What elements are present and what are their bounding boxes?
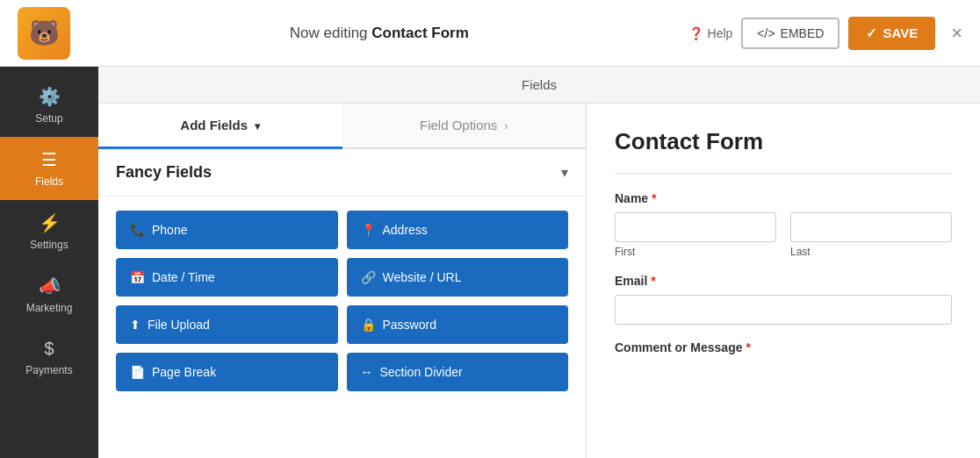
sidebar-item-setup[interactable]: ⚙️ Setup <box>0 74 98 137</box>
form-field-email: Email * <box>615 274 952 325</box>
address-icon: 📍 <box>361 223 376 237</box>
name-last-wrap: Last <box>790 212 952 258</box>
phone-icon: 📞 <box>130 223 145 237</box>
divider-icon: ↔ <box>361 365 373 379</box>
logo-bear: 🐻 <box>18 7 70 60</box>
form-title: Contact Form <box>615 128 952 155</box>
form-field-comment: Comment or Message * <box>615 340 952 354</box>
field-btn-password[interactable]: 🔒 Password <box>347 305 569 344</box>
name-label: Name * <box>615 191 952 205</box>
calendar-icon: 📅 <box>130 270 145 284</box>
form-divider <box>615 173 952 174</box>
email-required-star: * <box>651 274 655 288</box>
marketing-icon: 📣 <box>39 276 61 297</box>
help-button[interactable]: ❓ Help <box>688 26 733 40</box>
fields-icon: ☰ <box>41 149 57 170</box>
name-last-input[interactable] <box>790 212 952 242</box>
field-btn-page-break[interactable]: 📄 Page Break <box>116 353 338 391</box>
field-btn-section-divider[interactable]: ↔ Section Divider <box>347 353 569 391</box>
fields-body: Add Fields ▾ Field Options › Fancy Field… <box>98 104 980 458</box>
name-required-star: * <box>652 191 656 205</box>
embed-button[interactable]: </> EMBED <box>741 18 839 49</box>
sidebar-item-fields[interactable]: ☰ Fields <box>0 137 98 200</box>
sidebar-item-settings[interactable]: ⚡ Settings <box>0 200 98 263</box>
name-first-wrap: First <box>615 212 776 258</box>
top-bar-right: ❓ Help </> EMBED ✓ SAVE × <box>688 17 962 50</box>
name-last-label: Last <box>790 246 952 258</box>
email-input[interactable] <box>615 295 952 325</box>
link-icon: 🔗 <box>361 270 376 284</box>
fancy-fields-chevron-icon: ▾ <box>561 164 568 181</box>
field-options-chevron: › <box>505 120 508 132</box>
field-btn-website-url[interactable]: 🔗 Website / URL <box>347 258 569 297</box>
sidebar: ⚙️ Setup ☰ Fields ⚡ Settings 📣 Marketing… <box>0 67 98 458</box>
name-first-input[interactable] <box>615 212 776 242</box>
comment-label: Comment or Message * <box>615 340 952 354</box>
add-fields-chevron: ▾ <box>255 120 260 132</box>
sidebar-label-settings: Settings <box>30 239 68 251</box>
tab-add-fields[interactable]: Add Fields ▾ <box>98 104 342 149</box>
field-btn-address[interactable]: 📍 Address <box>347 211 569 249</box>
sidebar-label-setup: Setup <box>35 112 62 125</box>
sidebar-item-marketing[interactable]: 📣 Marketing <box>0 263 98 326</box>
editing-prefix: Now editing <box>290 25 372 41</box>
top-bar-center: Now editing Contact Form <box>70 25 688 42</box>
fields-panel: Add Fields ▾ Field Options › Fancy Field… <box>98 104 587 458</box>
sidebar-label-payments: Payments <box>25 364 72 376</box>
logo-area: 🐻 <box>18 7 70 60</box>
check-icon: ✓ <box>866 25 877 41</box>
form-name: Contact Form <box>371 25 469 41</box>
sidebar-label-fields: Fields <box>35 175 63 188</box>
email-label: Email * <box>615 274 952 288</box>
fields-header: Fields <box>98 67 980 104</box>
page-break-icon: 📄 <box>130 365 145 379</box>
lock-icon: 🔒 <box>361 318 376 332</box>
content-area: Fields Add Fields ▾ Field Options › <box>98 67 980 458</box>
fancy-fields-title: Fancy Fields <box>116 163 212 182</box>
field-btn-file-upload[interactable]: ⬆ File Upload <box>116 305 338 344</box>
field-btn-phone[interactable]: 📞 Phone <box>116 211 338 249</box>
close-button[interactable]: × <box>951 22 962 45</box>
save-button[interactable]: ✓ SAVE <box>848 17 935 50</box>
upload-icon: ⬆ <box>130 318 141 332</box>
main-layout: ⚙️ Setup ☰ Fields ⚡ Settings 📣 Marketing… <box>0 67 980 458</box>
settings-icon: ⚡ <box>39 212 61 233</box>
setup-icon: ⚙️ <box>39 86 61 107</box>
top-bar: 🐻 Now editing Contact Form ❓ Help </> EM… <box>0 0 980 67</box>
form-field-name: Name * First Last <box>615 191 952 258</box>
tab-field-options[interactable]: Field Options › <box>342 104 587 147</box>
comment-required-star: * <box>746 340 750 354</box>
sidebar-item-payments[interactable]: $ Payments <box>0 326 98 389</box>
name-first-label: First <box>615 246 776 258</box>
embed-icon: </> <box>757 26 775 40</box>
help-icon: ❓ <box>688 26 703 40</box>
fancy-fields-header[interactable]: Fancy Fields ▾ <box>98 149 586 197</box>
sidebar-label-marketing: Marketing <box>26 302 73 314</box>
top-bar-left: 🐻 <box>18 7 70 60</box>
name-inputs: First Last <box>615 212 952 258</box>
payments-icon: $ <box>44 339 54 359</box>
field-btn-date-time[interactable]: 📅 Date / Time <box>116 258 338 297</box>
form-preview: Contact Form Name * First <box>587 104 980 458</box>
fields-header-text: Fields <box>522 77 557 92</box>
field-buttons-grid: 📞 Phone 📍 Address 📅 Date / Time 🔗 Websit… <box>98 197 586 405</box>
tabs-row: Add Fields ▾ Field Options › <box>98 104 586 149</box>
